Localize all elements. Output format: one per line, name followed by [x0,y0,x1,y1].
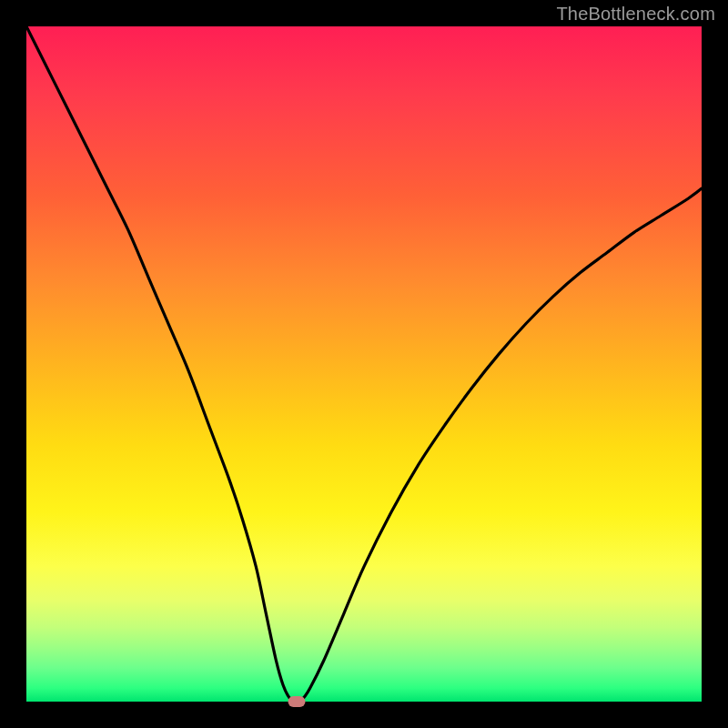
plot-area [26,26,702,702]
curve-svg [26,26,702,702]
chart-frame: TheBottleneck.com [0,0,728,728]
optimum-marker [288,696,305,707]
bottleneck-curve [26,26,702,702]
watermark-text: TheBottleneck.com [556,4,715,25]
